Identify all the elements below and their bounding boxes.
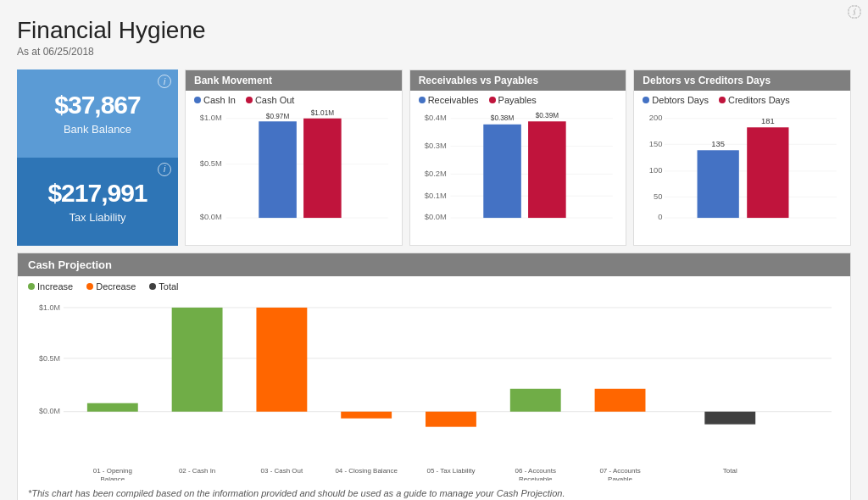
- bank-movement-chart: $1.0M $0.5M $0.0M $0.97M $1.01M: [194, 108, 393, 238]
- svg-text:06 - Accounts: 06 - Accounts: [515, 466, 556, 474]
- svg-text:01 - Opening: 01 - Opening: [93, 466, 132, 474]
- debtors-creditors-panel: Debtors vs Creditors Days i Debtors Days…: [633, 69, 851, 246]
- debtors-creditors-body: 200 150 100 50 0 135 181: [634, 105, 850, 245]
- cp-bar-opening[interactable]: [87, 403, 138, 411]
- bank-balance-label: Bank Balance: [64, 123, 131, 136]
- receivables-payables-header: Receivables vs Payables i: [410, 70, 626, 91]
- cp-bar-closing[interactable]: [341, 411, 392, 418]
- svg-text:Balance: Balance: [100, 475, 125, 481]
- cp-bar-ar[interactable]: [510, 388, 561, 411]
- svg-text:200: 200: [649, 114, 663, 122]
- receivables-bar[interactable]: [483, 125, 521, 218]
- svg-text:07 - Accounts: 07 - Accounts: [599, 466, 640, 474]
- tax-liability-label: Tax Liability: [69, 211, 125, 224]
- svg-text:04 - Closing Balance: 04 - Closing Balance: [335, 466, 398, 474]
- svg-text:0: 0: [659, 213, 663, 221]
- debtors-creditors-legend: Debtors Days Creditors Days: [634, 91, 850, 105]
- svg-text:Receivable: Receivable: [519, 475, 553, 481]
- cash-projection-panel: Cash Projection i Increase Decrease Tota…: [17, 253, 851, 500]
- bank-movement-legend-cashout: Cash Out: [246, 95, 294, 105]
- svg-text:$0.5M: $0.5M: [39, 353, 60, 362]
- debtors-days-bar[interactable]: [698, 150, 739, 218]
- receivables-payables-body: $0.4M $0.3M $0.2M $0.1M $0.0M $0.38M $0.…: [410, 105, 626, 245]
- svg-text:$0.1M: $0.1M: [424, 192, 446, 200]
- bank-movement-legend-cashin: Cash In: [194, 95, 236, 105]
- receivables-payables-title: Receivables vs Payables: [419, 75, 538, 86]
- svg-text:$1.01M: $1.01M: [311, 109, 335, 117]
- svg-text:$0.39M: $0.39M: [535, 112, 559, 119]
- svg-text:150: 150: [649, 140, 663, 148]
- tax-liability-info-icon[interactable]: i: [158, 163, 171, 176]
- svg-text:$0.4M: $0.4M: [424, 114, 446, 122]
- cash-projection-title: Cash Projection: [28, 258, 112, 271]
- kpi-column: i $37,867 Bank Balance i $217,991 Tax Li…: [17, 69, 178, 246]
- receivables-payables-legend: Receivables Payables: [410, 91, 626, 105]
- svg-text:$0.3M: $0.3M: [424, 142, 446, 150]
- svg-text:135: 135: [712, 140, 726, 148]
- bank-movement-panel: Bank Movement i Cash In Cash Out $1.0M $…: [185, 69, 403, 246]
- cash-projection-chart: $1.0M $0.5M $0.0M 01 - Opening Balance 0…: [28, 295, 840, 481]
- svg-text:Payable: Payable: [608, 475, 632, 481]
- cp-bar-cashout[interactable]: [256, 307, 307, 411]
- debtors-creditors-header: Debtors vs Creditors Days i: [634, 70, 850, 91]
- increase-legend: Increase: [28, 281, 73, 292]
- bank-movement-body: $1.0M $0.5M $0.0M $0.97M $1.01M: [186, 105, 402, 245]
- bank-movement-cashin-bar[interactable]: [259, 121, 297, 218]
- tax-liability-value: $217,991: [47, 179, 147, 208]
- bank-movement-header: Bank Movement i: [186, 70, 402, 91]
- receivables-payables-panel: Receivables vs Payables i Receivables Pa…: [409, 69, 627, 246]
- receivables-payables-chart: $0.4M $0.3M $0.2M $0.1M $0.0M $0.38M $0.…: [419, 108, 618, 238]
- svg-text:02 - Cash In: 02 - Cash In: [179, 466, 215, 474]
- svg-text:181: 181: [761, 117, 775, 125]
- svg-text:$0.2M: $0.2M: [424, 169, 446, 178]
- creditors-days-bar[interactable]: [748, 127, 789, 218]
- svg-text:$1.0M: $1.0M: [39, 303, 60, 311]
- cp-bar-total[interactable]: [704, 411, 755, 424]
- tax-liability-card: i $217,991 Tax Liability: [17, 158, 178, 246]
- cash-projection-header: Cash Projection i: [18, 253, 850, 276]
- bank-balance-value: $37,867: [54, 91, 140, 119]
- decrease-legend: Decrease: [86, 281, 136, 292]
- debtors-days-legend: Debtors Days: [643, 95, 709, 105]
- payables-legend: Payables: [489, 95, 537, 105]
- cash-projection-info-icon[interactable]: i: [848, 5, 861, 19]
- svg-text:$0.38M: $0.38M: [491, 114, 515, 122]
- cp-bar-ap[interactable]: [595, 388, 646, 411]
- svg-text:05 - Tax Liability: 05 - Tax Liability: [426, 466, 475, 474]
- svg-text:50: 50: [654, 192, 662, 201]
- svg-text:$0.0M: $0.0M: [200, 213, 222, 221]
- svg-text:$0.0M: $0.0M: [39, 406, 60, 414]
- cash-projection-footnote: *This chart has been compiled based on t…: [28, 488, 840, 498]
- cp-bar-tax[interactable]: [426, 411, 476, 426]
- svg-text:Total: Total: [723, 466, 737, 474]
- svg-text:$0.0M: $0.0M: [424, 213, 446, 221]
- debtors-creditors-title: Debtors vs Creditors Days: [643, 75, 771, 86]
- bank-movement-title: Bank Movement: [194, 75, 272, 86]
- svg-text:$1.0M: $1.0M: [200, 114, 222, 122]
- bank-balance-card: i $37,867 Bank Balance: [17, 69, 178, 158]
- bank-movement-legend: Cash In Cash Out: [186, 91, 402, 105]
- cash-projection-legend: Increase Decrease Total: [18, 276, 850, 292]
- page-subtitle: As at 06/25/2018: [17, 46, 851, 58]
- svg-text:100: 100: [649, 166, 663, 175]
- svg-text:$0.97M: $0.97M: [266, 113, 290, 120]
- payables-bar[interactable]: [528, 121, 566, 218]
- bank-balance-info-icon[interactable]: i: [158, 75, 171, 88]
- cp-bar-cashin[interactable]: [172, 307, 223, 411]
- page-title: Financial Hygiene: [17, 17, 851, 44]
- bank-movement-cashout-bar[interactable]: [303, 119, 342, 218]
- receivables-legend: Receivables: [419, 95, 479, 105]
- cash-projection-body: $1.0M $0.5M $0.0M 01 - Opening Balance 0…: [18, 292, 850, 500]
- total-legend: Total: [149, 281, 178, 292]
- debtors-creditors-chart: 200 150 100 50 0 135 181: [643, 108, 842, 238]
- svg-text:03 - Cash Out: 03 - Cash Out: [261, 466, 303, 474]
- svg-text:$0.5M: $0.5M: [200, 159, 222, 168]
- creditors-days-legend: Creditors Days: [719, 95, 790, 105]
